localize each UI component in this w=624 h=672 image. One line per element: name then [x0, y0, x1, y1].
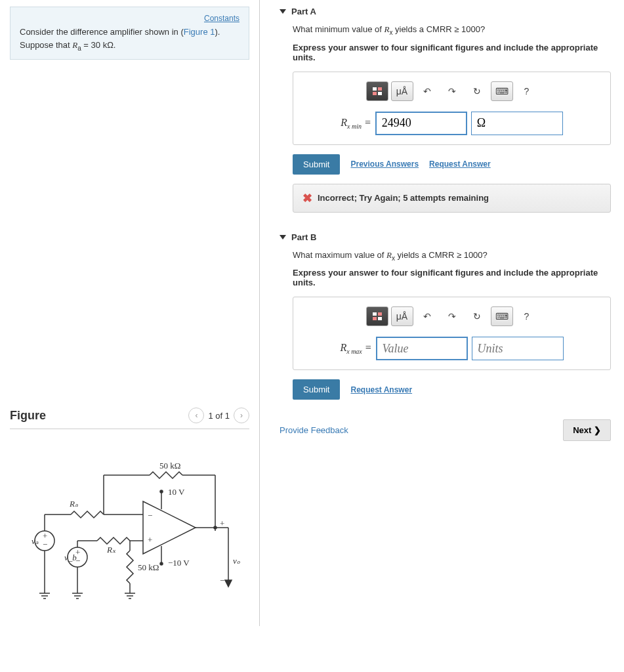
part-a-submit-row: Submit Previous Answers Request Answer	[293, 154, 611, 175]
problem-line1a: Consider the difference amplifier shown …	[20, 27, 184, 37]
svg-point-17	[160, 562, 163, 565]
svg-rect-59	[373, 317, 377, 320]
figure-prev-button[interactable]: ‹	[188, 408, 204, 423]
part-a-toolbar: μÅ ↶ ↷ ↻ ⌨ ?	[302, 81, 601, 101]
svg-rect-53	[373, 87, 377, 91]
left-panel: Constants Consider the difference amplif…	[0, 0, 259, 626]
svg-text:50 kΩ: 50 kΩ	[159, 461, 180, 471]
incorrect-icon: ✖	[302, 191, 312, 205]
undo-button[interactable]: ↶	[416, 81, 438, 101]
part-b-var-label: Rx max =	[340, 342, 371, 355]
part-a-title: Part A	[291, 7, 316, 16]
part-b-submit-row: Submit Request Answer	[293, 379, 611, 400]
part-b-header[interactable]: Part B	[280, 232, 611, 242]
part-a-units-input[interactable]	[471, 112, 563, 135]
units-button[interactable]: μÅ	[391, 306, 413, 326]
svg-text:vₐ: vₐ	[31, 536, 39, 546]
constants-link[interactable]: Constants	[204, 14, 239, 23]
svg-point-15	[160, 490, 163, 493]
collapse-icon	[280, 235, 286, 240]
part-b-title: Part B	[291, 232, 316, 242]
keyboard-icon[interactable]: ⌨	[491, 306, 513, 326]
next-button[interactable]: Next ❯	[563, 419, 611, 441]
right-panel: Part A What minimum value of Rx yields a…	[259, 0, 624, 626]
svg-text:Rₓ: Rₓ	[106, 545, 116, 555]
svg-text:vₒ: vₒ	[233, 556, 241, 566]
svg-marker-21	[225, 580, 232, 587]
part-a-header[interactable]: Part A	[280, 7, 611, 16]
part-b-question: What maximum value of Rx yields a CMRR ≥…	[293, 250, 611, 262]
problem-var: R	[72, 40, 77, 50]
svg-text:+: +	[220, 518, 224, 528]
template-icon[interactable]	[366, 81, 388, 101]
previous-answers-link[interactable]: Previous Answers	[350, 159, 419, 169]
figure-title: Figure	[10, 409, 46, 423]
svg-rect-58	[378, 312, 382, 316]
svg-text:10 V: 10 V	[168, 487, 185, 497]
part-a-feedback-box: ✖ Incorrect; Try Again; 5 attempts remai…	[293, 184, 611, 213]
figure-page-indicator: 1 of 1	[208, 411, 230, 421]
part-a-answer-box: μÅ ↶ ↷ ↻ ⌨ ? Rx min =	[293, 72, 611, 145]
svg-text:−: −	[148, 511, 152, 520]
part-b-toolbar: μÅ ↶ ↷ ↻ ⌨ ?	[302, 306, 601, 326]
reset-button[interactable]: ↻	[466, 306, 488, 326]
part-b-value-input[interactable]	[376, 337, 468, 360]
part-a-input-row: Rx min =	[302, 112, 601, 135]
help-button[interactable]: ?	[516, 306, 538, 326]
svg-rect-54	[378, 87, 382, 91]
part-b-instruction: Express your answer to four significant …	[293, 268, 611, 287]
svg-text:−: −	[43, 539, 47, 549]
keyboard-icon[interactable]: ⌨	[491, 81, 513, 101]
problem-statement-box: Constants Consider the difference amplif…	[10, 7, 249, 60]
units-button[interactable]: μÅ	[391, 81, 413, 101]
footer-row: Provide Feedback Next ❯	[280, 419, 611, 441]
figure-1-link[interactable]: Figure 1	[184, 27, 215, 37]
svg-text:−: −	[75, 556, 80, 566]
circuit-diagram: 50 kΩ Rₐ Rₓ 50 kΩ 10 V −10 V vₐ v_b vₒ −…	[10, 442, 249, 620]
figure-section: Figure ‹ 1 of 1 ›	[10, 408, 249, 620]
svg-rect-60	[378, 317, 382, 320]
problem-line1b: ).	[215, 27, 220, 37]
part-a-var-label: Rx min =	[341, 117, 371, 130]
part-b-submit-button[interactable]: Submit	[293, 379, 340, 400]
provide-feedback-link[interactable]: Provide Feedback	[280, 425, 348, 435]
problem-line2a: Suppose that	[20, 40, 72, 50]
svg-rect-56	[378, 92, 382, 95]
problem-eq: = 30 kΩ.	[81, 40, 116, 50]
feedback-text: Incorrect; Try Again; 5 attempts remaini…	[318, 193, 489, 203]
part-a-value-input[interactable]	[375, 112, 467, 135]
svg-rect-55	[373, 92, 377, 95]
part-b-units-input[interactable]	[472, 337, 564, 360]
reset-button[interactable]: ↻	[466, 81, 488, 101]
problem-text: Consider the difference amplifier shown …	[20, 26, 239, 52]
part-a-question: What minimum value of Rx yields a CMRR ≥…	[293, 24, 611, 36]
part-a-instruction: Express your answer to four significant …	[293, 43, 611, 62]
figure-header: Figure ‹ 1 of 1 ›	[10, 408, 249, 429]
redo-button[interactable]: ↷	[441, 306, 463, 326]
part-b-answer-box: μÅ ↶ ↷ ↻ ⌨ ? Rx max =	[293, 297, 611, 370]
svg-point-19	[214, 526, 217, 529]
template-icon[interactable]	[366, 306, 388, 326]
undo-button[interactable]: ↶	[416, 306, 438, 326]
svg-text:50 kΩ: 50 kΩ	[138, 562, 159, 572]
part-b-request-answer-link[interactable]: Request Answer	[350, 385, 412, 394]
figure-nav: ‹ 1 of 1 ›	[188, 408, 249, 423]
part-a-submit-button[interactable]: Submit	[293, 154, 340, 175]
help-button[interactable]: ?	[516, 81, 538, 101]
collapse-icon	[280, 9, 286, 14]
svg-text:−10 V: −10 V	[168, 558, 190, 568]
part-b-input-row: Rx max =	[302, 337, 601, 360]
svg-text:+: +	[148, 535, 152, 545]
figure-next-button[interactable]: ›	[234, 408, 249, 423]
svg-text:−: −	[220, 576, 224, 585]
svg-rect-57	[373, 312, 377, 316]
svg-text:Rₐ: Rₐ	[69, 499, 78, 509]
part-a-request-answer-link[interactable]: Request Answer	[429, 159, 491, 169]
redo-button[interactable]: ↷	[441, 81, 463, 101]
svg-marker-13	[143, 501, 196, 554]
